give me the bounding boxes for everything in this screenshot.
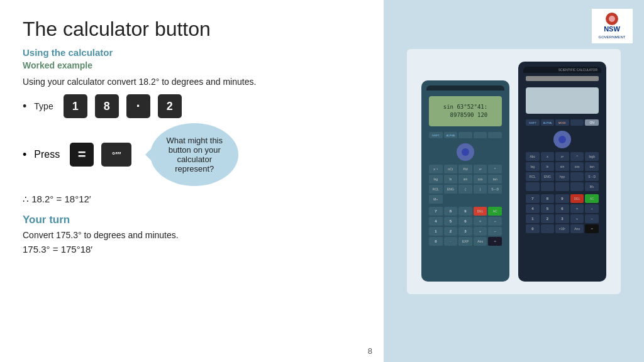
speech-bubble: What might this button on your calculato… <box>150 123 238 186</box>
left-calc-screen: sin 63°52°41:8978590 120 <box>429 96 502 126</box>
key-dot: · <box>126 94 150 118</box>
calculator-image-area: sin 63°52°41:8978590 120 SHIFT ALPHA x⁻ <box>407 49 621 294</box>
speech-bubble-wrapper: What might this button on your calculato… <box>150 123 238 186</box>
key-1: 1 <box>64 94 87 118</box>
type-row: • Type 1 8 · 2 <box>23 94 361 118</box>
convert-text: Convert 175.3° to degrees and minutes. <box>23 230 361 240</box>
page-title: The calculator button <box>23 18 361 41</box>
press-label: Press <box>34 149 60 160</box>
your-turn-heading: Your turn <box>23 214 361 226</box>
bubble-text: What might this button on your calculato… <box>157 136 232 173</box>
type-label: Type <box>34 101 53 111</box>
bullet-2: • <box>23 149 26 160</box>
key-8: 8 <box>95 94 119 118</box>
instruction-text: Using your calculator convert 18.2° to d… <box>23 77 361 87</box>
svg-text:NSW: NSW <box>604 25 620 33</box>
right-calculator: SCIENTIFIC CALCULATOR SHIFT ALPHA MODE O… <box>518 62 606 282</box>
svg-point-9 <box>609 16 615 22</box>
sub-heading: Worked example <box>23 60 361 70</box>
nsw-logo: NSW GOVERNMENT <box>592 9 633 43</box>
calculators: sin 63°52°41:8978590 120 SHIFT ALPHA x⁻ <box>415 55 613 288</box>
left-calculator: sin 63°52°41:8978590 120 SHIFT ALPHA x⁻ <box>421 80 509 282</box>
answer-text: 175.3° = 175°18′ <box>23 244 361 255</box>
key-2: 2 <box>158 94 182 118</box>
key-dms: °′″ <box>101 143 131 167</box>
press-row: • Press = °′″ What might this button on … <box>23 123 361 186</box>
page-number: 8 <box>368 346 372 356</box>
right-panel: NSW GOVERNMENT sin 63°52°41:8978590 120 … <box>384 0 644 362</box>
svg-text:GOVERNMENT: GOVERNMENT <box>598 35 625 39</box>
bullet-1: • <box>23 101 26 112</box>
section-heading: Using the calculator <box>23 47 361 58</box>
key-equals: = <box>70 143 94 167</box>
left-panel: The calculator button Using the calculat… <box>0 0 384 362</box>
right-calc-screen <box>526 87 599 114</box>
result-line: ∴ 18.2° = 18°12′ <box>23 194 361 205</box>
